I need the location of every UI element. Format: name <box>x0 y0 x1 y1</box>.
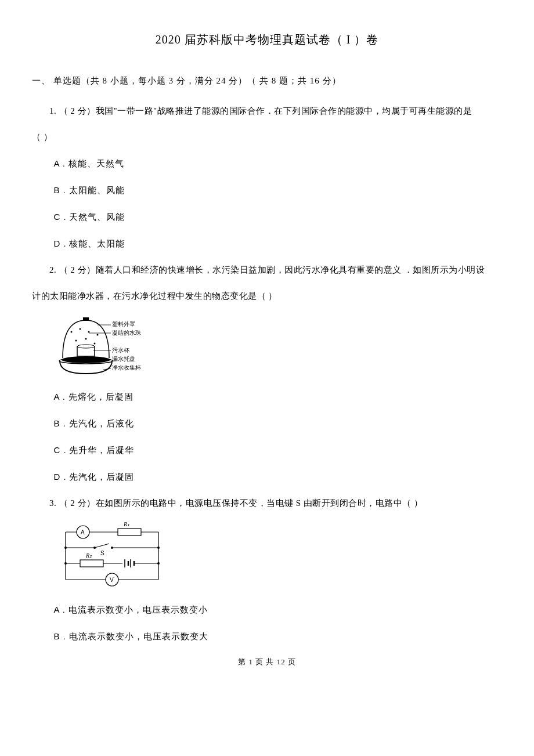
svg-line-23 <box>95 544 109 548</box>
option-label: B . <box>54 631 66 641</box>
q1-option-d: D . 核能、太阳能 <box>54 236 503 252</box>
option-text: 电流表示数变小，电压表示数变大 <box>69 632 208 641</box>
label-text: 凝结的水珠 <box>112 330 141 336</box>
option-text: 先汽化，后凝固 <box>69 472 134 482</box>
q2-stem-line2: 计的太阳能净水器，在污水净化过程中发生的物态变化是（ ） <box>32 288 502 304</box>
option-text: 核能、天然气 <box>68 159 124 168</box>
option-label: C . <box>54 212 67 222</box>
svg-point-5 <box>75 340 77 342</box>
q2-option-b: B . 先汽化，后液化 <box>54 415 503 432</box>
svg-point-6 <box>85 338 86 340</box>
r2-label: R₂ <box>85 552 92 559</box>
svg-point-7 <box>93 343 95 345</box>
option-label: B . <box>54 418 66 428</box>
svg-point-24 <box>93 547 96 549</box>
q3-option-a: A . 电流表示数变小，电压表示数变小 <box>54 602 503 618</box>
svg-rect-21 <box>118 529 141 536</box>
r1-label: R₁ <box>123 522 129 527</box>
q1-option-a: A . 核能、天然气 <box>54 155 503 172</box>
exam-title: 2020 届苏科版中考物理真题试卷（ I ）卷 <box>32 29 502 50</box>
page-footer: 第 1 页 共 12 页 <box>32 655 502 668</box>
option-text: 核能、太阳能 <box>69 239 125 248</box>
option-text: 先升华，后凝华 <box>69 446 134 455</box>
option-text: 电流表示数变小，电压表示数变小 <box>68 605 208 614</box>
svg-point-9 <box>62 356 110 363</box>
q3-option-b: B . 电流表示数变小，电压表示数变大 <box>54 628 503 645</box>
svg-point-36 <box>157 547 160 549</box>
q2-option-a: A . 先熔化，后凝固 <box>54 389 503 405</box>
q1-stem-line2: （ ） <box>32 129 502 145</box>
voltmeter-label: V <box>110 577 114 583</box>
svg-point-8 <box>77 345 95 348</box>
svg-point-38 <box>157 562 160 565</box>
switch-label: S <box>100 550 104 556</box>
label-text: 污水杯 <box>112 347 129 353</box>
label-text: 塑料外罩 <box>112 321 135 327</box>
question-1: 1. （ 2 分）我国"一带一路"战略推进了能源的国际合作．在下列国际合作的能源… <box>32 103 502 252</box>
option-text: 先熔化，后凝固 <box>68 392 134 401</box>
q3-stem: 3. （ 2 分）在如图所示的电路中，电源电压保持不变，当电键 S 由断开到闭合… <box>32 495 502 511</box>
option-text: 太阳能、风能 <box>69 186 125 195</box>
circuit-diagram-icon: A R₁ S R₂ V <box>54 522 170 591</box>
ammeter-label: A <box>81 529 85 536</box>
q1-option-b: B . 太阳能、风能 <box>54 182 503 198</box>
question-2: 2. （ 2 分）随着人口和经济的快速增长，水污染日益加剧，因此污水净化具有重要… <box>32 262 502 485</box>
option-label: D . <box>54 238 67 248</box>
svg-point-35 <box>64 547 67 549</box>
purifier-diagram-icon: 塑料外罩 凝结的水珠 污水杯 漏水托盘 净水收集杯 <box>54 314 147 378</box>
q1-stem-line1: 1. （ 2 分）我国"一带一路"战略推进了能源的国际合作．在下列国际合作的能源… <box>32 103 502 119</box>
q1-option-c: C . 天然气、风能 <box>54 209 503 225</box>
option-label: B . <box>54 185 66 195</box>
q2-option-c: C . 先升华，后凝华 <box>54 442 503 458</box>
svg-point-4 <box>96 334 98 336</box>
option-label: C . <box>54 445 67 455</box>
svg-point-3 <box>88 331 89 333</box>
option-label: A . <box>54 392 66 401</box>
option-text: 天然气、风能 <box>69 212 125 222</box>
svg-point-2 <box>79 328 81 330</box>
q2-option-d: D . 先汽化，后凝固 <box>54 469 503 485</box>
svg-point-1 <box>70 331 72 333</box>
svg-rect-28 <box>80 560 103 567</box>
option-label: A . <box>54 605 66 614</box>
label-text: 净水收集杯 <box>112 364 141 371</box>
q2-stem-line1: 2. （ 2 分）随着人口和经济的快速增长，水污染日益加剧，因此污水净化具有重要… <box>32 262 502 278</box>
svg-rect-0 <box>83 317 89 321</box>
q2-figure: 塑料外罩 凝结的水珠 污水杯 漏水托盘 净水收集杯 <box>54 314 503 378</box>
section-header: 一、 单选题（共 8 小题，每小题 3 分，满分 24 分）（ 共 8 题；共 … <box>32 73 502 89</box>
label-text: 漏水托盘 <box>112 356 135 362</box>
svg-point-37 <box>64 562 67 565</box>
q3-figure: A R₁ S R₂ V <box>54 522 503 591</box>
option-label: A . <box>54 158 66 168</box>
question-3: 3. （ 2 分）在如图所示的电路中，电源电压保持不变，当电键 S 由断开到闭合… <box>32 495 502 645</box>
option-text: 先汽化，后液化 <box>69 419 134 428</box>
option-label: D . <box>54 472 67 482</box>
